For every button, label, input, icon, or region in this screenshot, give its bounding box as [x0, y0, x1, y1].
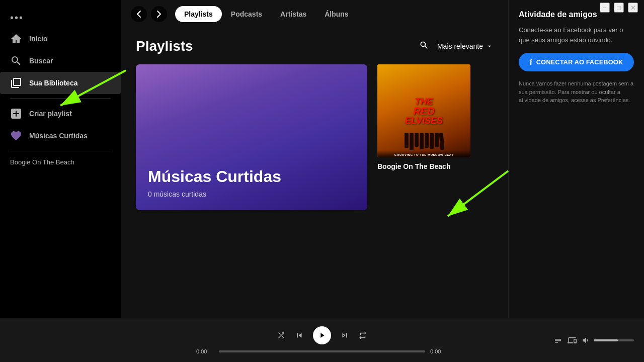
player-center: 0:00 0:00: [111, 326, 533, 354]
volume-control: [582, 336, 634, 345]
minimize-button[interactable]: −: [600, 3, 610, 13]
queue-button[interactable]: [553, 336, 562, 345]
app-body: ••• Início Buscar Su: [0, 0, 644, 318]
nav-tabs: Playlists Podcasts Artistas Álbuns: [175, 6, 358, 22]
tab-artistas[interactable]: Artistas: [271, 6, 315, 22]
biblioteca-label: Sua Biblioteca: [29, 79, 77, 87]
plus-icon: [10, 108, 22, 120]
close-button[interactable]: ✕: [628, 3, 638, 13]
sidebar-item-biblioteca[interactable]: Sua Biblioteca: [0, 72, 121, 94]
time-elapsed: 0:00: [196, 348, 214, 354]
nav-back-button[interactable]: [131, 6, 147, 22]
playlist-grid: Músicas Curtidas 0 músicas curtidas THE …: [136, 64, 493, 210]
main-content: Playlists Podcasts Artistas Álbuns Playl…: [121, 0, 508, 318]
player-bar: 0:00 0:00: [0, 318, 644, 362]
tab-albuns[interactable]: Álbuns: [315, 6, 357, 22]
friend-activity-panel: Atividade de amigos Conecte-se ao Facebo…: [508, 0, 644, 318]
progress-bar-container: 0:00 0:00: [196, 348, 448, 354]
repeat-button[interactable]: [358, 331, 367, 340]
heart-icon: [10, 130, 22, 142]
volume-fill: [594, 339, 618, 341]
sidebar-divider: [10, 98, 111, 99]
progress-track[interactable]: [219, 350, 425, 352]
connect-facebook-label: CONECTAR AO FACEBOOK: [536, 58, 623, 66]
sidebar-item-musicas-curtidas[interactable]: Músicas Curtidas: [0, 125, 121, 147]
friend-activity-note: Nunca vamos fazer nenhuma postagem sem a…: [519, 79, 634, 105]
playlists-header: Playlists Mais relevante: [136, 38, 493, 54]
boogie-card[interactable]: THE RED ELVISES GROOVING TO THE MOSCOW B…: [377, 64, 470, 210]
search-icon: [10, 55, 22, 67]
connect-facebook-button[interactable]: f CONECTAR AO FACEBOOK: [519, 53, 634, 71]
previous-button[interactable]: [295, 331, 304, 340]
header-nav: Playlists Podcasts Artistas Álbuns: [121, 0, 508, 28]
boogie-card-image-content: THE RED ELVISES GROOVING TO THE MOSCOW B…: [377, 64, 470, 157]
home-icon: [10, 33, 22, 45]
tab-playlists[interactable]: Playlists: [175, 6, 222, 22]
tab-podcasts[interactable]: Podcasts: [222, 6, 271, 22]
sidebar-divider-2: [10, 151, 111, 151]
sidebar-playlist-boogie[interactable]: Boogie On The Beach: [0, 155, 121, 169]
friend-activity-description: Conecte-se ao Facebook para ver o que se…: [519, 25, 634, 45]
sort-label: Mais relevante: [437, 42, 483, 50]
playlists-area: Playlists Mais relevante: [121, 28, 508, 318]
sidebar: ••• Início Buscar Su: [0, 0, 121, 318]
nav-forward-button[interactable]: [151, 6, 167, 22]
boogie-card-image: THE RED ELVISES GROOVING TO THE MOSCOW B…: [377, 64, 470, 157]
playlists-controls: Mais relevante: [419, 40, 493, 53]
buscar-label: Buscar: [29, 57, 53, 65]
title-bar: − □ ✕: [579, 0, 644, 15]
sidebar-item-buscar[interactable]: Buscar: [0, 50, 121, 72]
musicas-curtidas-sidebar-label: Músicas Curtidas: [29, 132, 88, 140]
sidebar-dots: •••: [0, 4, 121, 28]
shuffle-button[interactable]: [277, 331, 286, 340]
musicas-curtidas-card[interactable]: Músicas Curtidas 0 músicas curtidas: [136, 64, 367, 210]
maximize-button[interactable]: □: [614, 3, 624, 13]
play-button[interactable]: [313, 326, 331, 344]
musicas-curtidas-card-title: Músicas Curtidas: [148, 167, 355, 186]
devices-button[interactable]: [568, 336, 577, 345]
search-playlists-button[interactable]: [419, 40, 429, 53]
sidebar-item-criar-playlist[interactable]: Criar playlist: [0, 103, 121, 125]
time-total: 0:00: [430, 348, 448, 354]
library-icon: [10, 77, 22, 89]
criar-playlist-label: Criar playlist: [29, 110, 72, 118]
musicas-curtidas-card-count: 0 músicas curtidas: [148, 190, 355, 198]
inicio-label: Início: [29, 35, 48, 43]
player-controls: [277, 326, 367, 344]
facebook-icon: f: [530, 58, 532, 66]
volume-icon[interactable]: [582, 336, 591, 345]
player-right: [533, 336, 634, 345]
volume-bar[interactable]: [594, 339, 634, 341]
sort-button[interactable]: Mais relevante: [437, 42, 493, 50]
boogie-card-name: Boogie On The Beach: [377, 162, 470, 170]
sidebar-item-inicio[interactable]: Início: [0, 28, 121, 50]
next-button[interactable]: [340, 331, 349, 340]
playlists-title: Playlists: [136, 38, 193, 54]
